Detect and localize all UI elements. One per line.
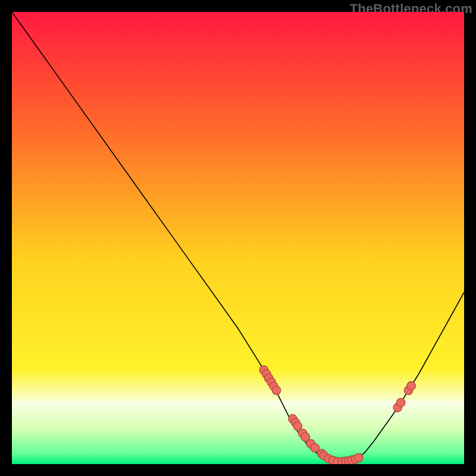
gradient-background xyxy=(12,12,464,464)
curve-marker xyxy=(272,386,280,394)
curve-marker xyxy=(396,398,405,406)
chart-stage: TheBottleneck.com xyxy=(0,0,476,476)
curve-marker xyxy=(355,453,363,462)
bottleneck-curve-plot xyxy=(12,12,464,464)
curve-marker xyxy=(407,381,415,390)
curve-marker xyxy=(311,443,319,452)
